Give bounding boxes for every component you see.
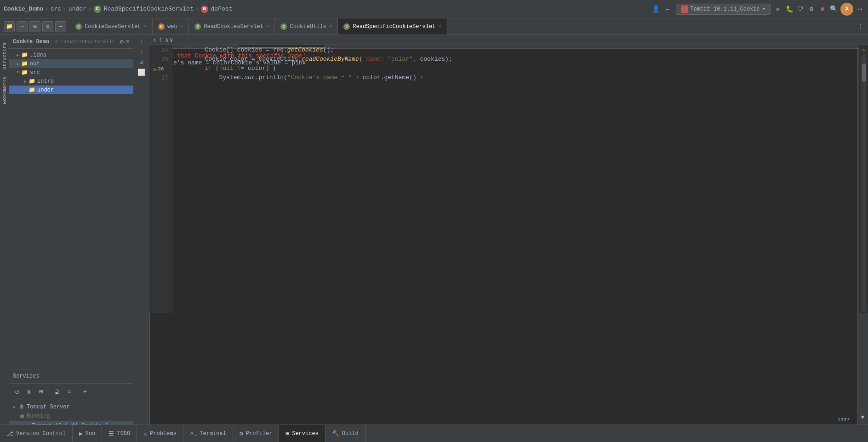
stop-icon[interactable]: ■ [818, 5, 827, 13]
tab-label-readspecific: ReadSpecificCookieServlet [353, 23, 435, 30]
tree-intro[interactable]: ▶ 📁 intro [9, 77, 133, 86]
svc-separator2 [77, 388, 77, 396]
line-num-27: 27 [149, 74, 172, 83]
services-section-label: Services [13, 371, 129, 381]
search-icon[interactable]: 🔍 [829, 5, 838, 13]
svc-flow-icon[interactable]: ≈ [64, 387, 74, 397]
tabs-right: ⋮ [856, 18, 868, 34]
log-action-refresh[interactable]: ↺ [139, 58, 143, 66]
tree-under[interactable]: ▼ 📁 under [9, 86, 133, 94]
code-editor[interactable]: Cookie[] cookies = req.getCookies(); Coo… [172, 45, 859, 313]
tab-terminal[interactable]: >_ Terminal [183, 425, 233, 442]
coverage-icon[interactable]: 🛡 [796, 5, 805, 13]
tabs-more-icon[interactable]: ⋮ [856, 23, 864, 31]
run-green-icon[interactable]: ▶ [774, 5, 782, 13]
project-icon-1[interactable]: ⚙ [120, 38, 124, 46]
breadcrumb-method[interactable]: doPost [211, 6, 233, 12]
tab-readspecificcookie[interactable]: C ReadSpecificCookieServlet × [338, 18, 447, 34]
tab-problems[interactable]: ⚠ Problems [137, 425, 183, 442]
debug-icon[interactable]: 🐛 [785, 5, 794, 13]
breadcrumb-project[interactable]: Cookie_Demo [4, 6, 43, 12]
services-panel-label: Services [9, 369, 133, 383]
back-icon[interactable]: ← [664, 5, 672, 13]
project-header: Cookie_Demo D:\JAVA\IDEA\Intelli ⚙ ≡ [9, 35, 133, 49]
svc-running[interactable]: Running [9, 412, 133, 421]
code-line-24: Cookie[] cookies = req.getCookies(); [176, 45, 855, 54]
project-icon-2[interactable]: ≡ [126, 38, 129, 46]
tab-version-control[interactable]: ⎇ Version Control [0, 425, 73, 442]
structure-label[interactable]: Structure [1, 39, 8, 73]
more-icon[interactable]: ⋯ [856, 5, 864, 13]
tab-cookieutils[interactable]: C CookieUtils × [275, 18, 338, 34]
tab-profiler[interactable]: ⚙ Profiler [233, 425, 279, 442]
tab-icon-readcookies: C [194, 23, 201, 30]
tab-label-readcookies: ReadCookiesServlet [204, 23, 263, 30]
warning-bar: ⚠ 1 ∧ ∨ [149, 35, 868, 45]
tab-icon-web: W [158, 23, 165, 30]
tree-src[interactable]: ▼ 📁 src [9, 68, 133, 77]
tab-todo[interactable]: ☰ TODO [102, 425, 137, 442]
svc-balance-icon[interactable]: ⇅ [24, 387, 34, 397]
svc-tomcat-server[interactable]: ▶ 🖥 Tomcat Server [9, 402, 133, 412]
breadcrumb-src[interactable]: src [51, 6, 61, 12]
more-tabs-btn[interactable]: ⋯ [17, 21, 28, 32]
log-action-up[interactable]: ↑ [139, 38, 143, 45]
tab-label-cookiebase: CookieBaseServlet [85, 23, 141, 30]
next-warning[interactable]: ∨ [170, 36, 173, 44]
tab-web[interactable]: W web × [153, 18, 189, 34]
tab-readcookies[interactable]: C ReadCookiesServlet × [189, 18, 275, 34]
log-actions-sidebar: ↑ ↓ ↺ ⬜ [133, 35, 150, 442]
tomcat-run-button[interactable]: Tomcat 10.1.11_Cookie ▾ [676, 4, 771, 15]
log-action-stop[interactable]: ⬜ [137, 69, 145, 76]
settings-btn[interactable]: ⚙ [42, 21, 53, 32]
svc-add-icon[interactable]: + [80, 387, 90, 397]
top-bar: Cookie_Demo › src › under › C ReadSpecif… [0, 0, 868, 18]
tab-services[interactable]: ⊞ Services [279, 425, 325, 442]
code-line-25: Cookie color = CookieUtils.readCookieByN… [176, 54, 855, 63]
svc-filter-icon[interactable]: ⊋ [52, 387, 62, 397]
layout-btn[interactable]: ⊞ [29, 21, 40, 32]
editor-tabs: 📁 ⋯ ⊞ ⚙ — C CookieBaseServlet × W web × … [0, 18, 868, 35]
warning-nav: ∧ ∨ [165, 36, 173, 44]
project-title: Cookie_Demo [13, 39, 49, 45]
tab-build-label: Build [342, 431, 359, 437]
editor-main: 24 25 ▷26 27 Cookie[] cookies = req.getC… [149, 45, 868, 313]
tab-cookiebaseservlet[interactable]: C CookieBaseServlet × [70, 18, 153, 34]
profile-icon[interactable]: ⚙ [807, 5, 816, 13]
breadcrumb-class[interactable]: ReadSpecificCookieServlet [104, 6, 194, 12]
breadcrumb-under[interactable]: under [69, 6, 86, 12]
tab-close-web[interactable]: × [180, 24, 183, 29]
tree-idea[interactable]: ▶ 📁 .idea [9, 51, 133, 59]
tree-out[interactable]: ▶ 📁 out [9, 59, 133, 68]
svc-group-icon[interactable]: ⊞ [36, 387, 46, 397]
tab-close-readspecific[interactable]: × [438, 24, 441, 29]
tab-vc-label: Version Control [16, 431, 66, 437]
code-line-26: if (null != color) { [176, 63, 855, 73]
tab-run-label: Run [86, 431, 96, 437]
scroll-thumb [862, 63, 866, 82]
svc-refresh-icon[interactable]: ↺ [12, 387, 22, 397]
err-indicator: ⚠ [862, 47, 865, 52]
left-side-icons: 📁 ⋯ ⊞ ⚙ — [4, 18, 70, 34]
tab-run[interactable]: ▶ Run [73, 425, 102, 442]
minimize-btn[interactable]: — [55, 21, 66, 32]
person-icon[interactable]: 👤 [652, 5, 660, 13]
tab-close-readcookies[interactable]: × [266, 24, 269, 29]
main-area: Structure Bookmarks Cookie_Demo D:\JAVA\… [0, 35, 868, 442]
editor-right-scrollbar: ⚠ [859, 45, 868, 313]
vertical-sidebar: Structure Bookmarks [0, 35, 9, 442]
avatar: A [840, 3, 853, 16]
tab-close-cookiebase[interactable]: × [143, 24, 147, 29]
tab-profiler-label: Profiler [246, 431, 273, 437]
tab-close-cookieutils[interactable]: × [329, 24, 332, 29]
dropdown-icon: ▾ [762, 6, 765, 12]
tab-icon-cookiebase: C [75, 23, 82, 30]
line-numbers: 24 25 ▷26 27 [149, 45, 172, 313]
log-action-down[interactable]: ↓ [139, 48, 143, 55]
tab-build[interactable]: 🔨 Build [326, 425, 365, 442]
project-icon-btn[interactable]: 📁 [4, 21, 15, 32]
bookmarks-label[interactable]: Bookmarks [1, 73, 8, 108]
prev-warning[interactable]: ∧ [165, 36, 169, 44]
scroll-down-icon[interactable]: ▼ [861, 414, 865, 421]
editor-area: ⚠ 1 ∧ ∨ 24 25 ▷26 27 Cookie[] cookies [149, 35, 868, 313]
